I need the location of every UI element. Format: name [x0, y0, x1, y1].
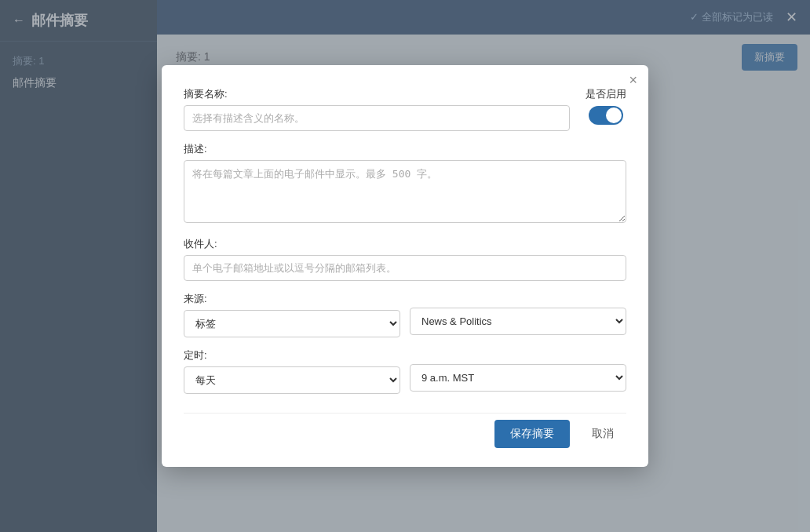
desc-label: 描述: — [184, 142, 626, 156]
schedule-label: 定时: — [184, 348, 400, 363]
recipient-label: 收件人: — [184, 237, 626, 251]
time-select[interactable]: 9 a.m. MST 10 a.m. MST 11 a.m. MST 12 p.… — [410, 364, 626, 392]
schedule-time-group: 9 a.m. MST 10 a.m. MST 11 a.m. MST 12 p.… — [410, 348, 626, 394]
source-tag-group: News & Politics Technology Sports Entert… — [410, 292, 626, 337]
source-select[interactable]: 标签 分类 全部 — [184, 310, 400, 337]
name-input[interactable] — [184, 105, 570, 131]
source-label: 来源: — [184, 292, 400, 306]
frequency-select[interactable]: 每天 每周 每月 — [184, 366, 400, 394]
schedule-time-label — [410, 348, 626, 360]
desc-group: 描述: — [184, 142, 626, 226]
name-toggle-row: 摘要名称: 是否启用 — [184, 87, 626, 131]
source-left-group: 来源: 标签 分类 全部 — [184, 292, 400, 337]
cancel-button[interactable]: 取消 — [579, 420, 626, 448]
modal-footer: 保存摘要 取消 — [184, 413, 626, 448]
source-row: 来源: 标签 分类 全部 News & Politics Technology … — [184, 292, 626, 337]
name-group: 摘要名称: — [184, 87, 570, 131]
toggle-group: 是否启用 — [586, 87, 626, 125]
modal-overlay: × 摘要名称: 是否启用 描述: 收件人: 来源: — [0, 0, 810, 532]
recipient-input[interactable] — [184, 255, 626, 281]
schedule-row: 定时: 每天 每周 每月 9 a.m. MST 10 a.m. MST 11 a… — [184, 348, 626, 394]
toggle-label: 是否启用 — [586, 87, 626, 101]
modal-close-button[interactable]: × — [629, 73, 637, 87]
tag-select[interactable]: News & Politics Technology Sports Entert… — [410, 308, 626, 335]
name-label: 摘要名称: — [184, 87, 570, 101]
schedule-left-group: 定时: 每天 每周 每月 — [184, 348, 400, 394]
digest-modal: × 摘要名称: 是否启用 描述: 收件人: 来源: — [162, 65, 648, 467]
source-tag-label — [410, 292, 626, 304]
recipient-group: 收件人: — [184, 237, 626, 281]
save-digest-button[interactable]: 保存摘要 — [494, 420, 570, 448]
desc-textarea[interactable] — [184, 160, 626, 223]
enabled-toggle[interactable] — [589, 106, 623, 125]
